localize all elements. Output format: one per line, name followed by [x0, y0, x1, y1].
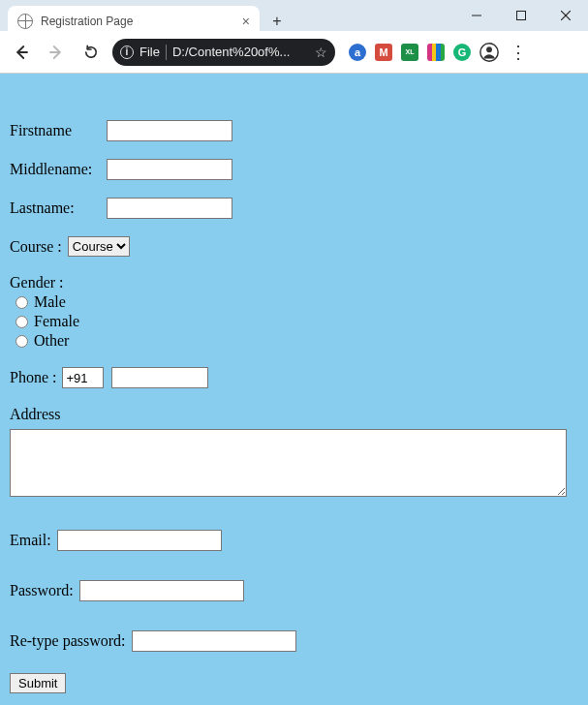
svg-rect-1: [517, 12, 526, 20]
svg-point-7: [486, 46, 492, 52]
firstname-label: Firstname: [10, 122, 101, 139]
extension-icon-excel[interactable]: XL: [401, 44, 418, 61]
middlename-input[interactable]: [107, 159, 232, 180]
middlename-row: Middlename:: [10, 159, 578, 180]
gender-male-row: Male: [10, 293, 578, 311]
gender-female-radio[interactable]: [15, 316, 28, 328]
forward-button[interactable]: [43, 39, 70, 66]
phone-label: Phone :: [10, 369, 56, 386]
phone-prefix-input[interactable]: [62, 367, 104, 388]
retype-row: Re-type password:: [10, 630, 578, 652]
new-tab-button[interactable]: +: [265, 10, 289, 33]
url-text: D:/Content%20of%...: [172, 45, 290, 59]
retype-password-input[interactable]: [132, 630, 296, 652]
extension-icon-colors[interactable]: [427, 44, 445, 61]
email-label: Email:: [10, 532, 51, 549]
extension-icon-a[interactable]: a: [349, 44, 366, 61]
gender-other-label: Other: [34, 332, 69, 350]
address-textarea[interactable]: [10, 429, 567, 497]
lastname-row: Lastname:: [10, 198, 578, 219]
gender-other-radio[interactable]: [15, 335, 28, 348]
globe-icon: [17, 14, 33, 29]
reload-button[interactable]: [77, 39, 105, 66]
submit-button[interactable]: Submit: [10, 673, 66, 693]
password-label: Password:: [10, 582, 74, 599]
tab-title: Registration Page: [41, 15, 133, 28]
url-scheme: File: [139, 45, 160, 59]
retype-label: Re-type password:: [10, 632, 126, 650]
maximize-button[interactable]: [499, 0, 543, 31]
course-row: Course : Course: [10, 236, 578, 257]
address-bar: i File D:/Content%20of%... ☆ a M XL G ⋮: [0, 31, 588, 74]
lastname-input[interactable]: [107, 198, 232, 219]
password-row: Password:: [10, 580, 578, 601]
back-button[interactable]: [8, 39, 35, 66]
window-title-bar: Registration Page × +: [0, 0, 588, 31]
gender-female-row: Female: [10, 313, 578, 330]
phone-row: Phone :: [10, 367, 578, 388]
info-icon: i: [120, 46, 134, 59]
extension-icons: a M XL G: [349, 44, 471, 61]
submit-row: Submit: [10, 673, 578, 693]
gender-block: Gender : Male Female Other: [10, 274, 578, 350]
omnibox-divider: [166, 45, 167, 60]
minimize-button[interactable]: [454, 0, 499, 31]
close-tab-icon[interactable]: ×: [242, 14, 250, 29]
password-input[interactable]: [79, 580, 244, 601]
lastname-label: Lastname:: [10, 199, 101, 217]
course-label: Course :: [10, 238, 62, 256]
email-input[interactable]: [57, 530, 222, 551]
email-row: Email:: [10, 530, 578, 551]
gender-other-row: Other: [10, 332, 578, 350]
profile-avatar-icon[interactable]: [479, 42, 500, 63]
extension-icon-gmail[interactable]: M: [375, 44, 392, 61]
gender-female-label: Female: [34, 313, 79, 330]
browser-tab-active[interactable]: Registration Page ×: [8, 6, 260, 37]
gender-male-label: Male: [34, 293, 66, 311]
more-menu-icon[interactable]: ⋮: [508, 42, 529, 63]
omnibox[interactable]: i File D:/Content%20of%... ☆: [112, 39, 335, 66]
firstname-input[interactable]: [107, 120, 232, 141]
window-controls: [454, 0, 588, 31]
phone-number-input[interactable]: [111, 367, 208, 388]
middlename-label: Middlename:: [10, 161, 101, 178]
address-block: Address: [10, 406, 578, 501]
extension-icon-grammarly[interactable]: G: [453, 44, 471, 61]
page-body: Firstname Middlename: Lastname: Course :…: [0, 74, 588, 705]
close-window-button[interactable]: [543, 0, 588, 31]
bookmark-star-icon[interactable]: ☆: [315, 45, 327, 60]
address-label: Address: [10, 406, 578, 423]
course-select[interactable]: Course: [68, 236, 130, 257]
gender-label: Gender :: [10, 274, 578, 291]
firstname-row: Firstname: [10, 120, 578, 141]
gender-male-radio[interactable]: [15, 296, 28, 309]
